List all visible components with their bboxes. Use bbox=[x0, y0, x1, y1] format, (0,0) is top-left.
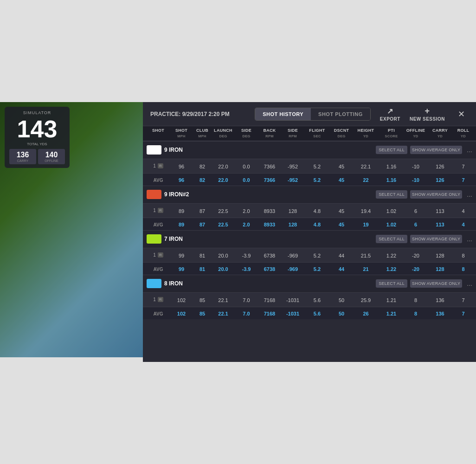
col-header-shot: SHOTMPH bbox=[170, 128, 193, 139]
club-color-box-3 bbox=[147, 279, 161, 288]
scorecard-title: SIMULATOR bbox=[8, 110, 66, 115]
select-all-button-2[interactable]: SELECT ALL bbox=[376, 235, 407, 243]
club-name-2: 7 IRON bbox=[161, 236, 376, 242]
shot-row-2-0: 1R998120.0-3.96738-9695.24421.51.22-2012… bbox=[143, 248, 476, 262]
shot-row-3-0: 1R1028522.17.07168-10315.65025.91.218136… bbox=[143, 292, 476, 307]
club-name-0: 9 IRON bbox=[161, 147, 376, 153]
scorecard-carry-box: 136 CARRY bbox=[9, 149, 36, 164]
club-color-box-0 bbox=[147, 145, 161, 155]
new-session-icon: + bbox=[425, 106, 430, 116]
club-header-2: 7 IRONSELECT ALLSHOW AVERAGE ONLY... bbox=[143, 230, 476, 248]
tab-group: SHOT HISTORY SHOT PLOTTING bbox=[255, 108, 371, 121]
show-avg-button-1[interactable]: SHOW AVERAGE ONLY bbox=[410, 190, 462, 199]
col-header-offline: OFFLINEYD bbox=[404, 128, 427, 139]
close-button[interactable]: ✕ bbox=[454, 107, 469, 121]
club-name-3: 8 IRON bbox=[161, 280, 376, 287]
col-header-side: SIDEDEG bbox=[235, 128, 258, 139]
scorecard-offline-lbl: OFFLINE bbox=[40, 159, 63, 162]
avg-row-2: AVG998120.0-3.96738-9695.244211.22-20128… bbox=[143, 262, 476, 275]
dots-menu-0[interactable]: ... bbox=[467, 146, 472, 154]
avg-row-0: AVG968222.00.07366-9525.245221.16-101267… bbox=[143, 173, 476, 186]
show-avg-button-2[interactable]: SHOW AVERAGE ONLY bbox=[410, 235, 462, 243]
show-avg-button-0[interactable]: SHOW AVERAGE ONLY bbox=[410, 146, 462, 154]
column-headers: SHOTSHOTMPHCLUBMPHLAUNCHDEGSIDEDEGBACKRP… bbox=[143, 126, 476, 141]
club-section-2: 7 IRONSELECT ALLSHOW AVERAGE ONLY...1R99… bbox=[143, 230, 476, 275]
club-header-3: 8 IRONSELECT ALLSHOW AVERAGE ONLY... bbox=[143, 275, 476, 292]
scorecard-carry-lbl: CARRY bbox=[11, 159, 34, 162]
col-header-height: HEIGHTYD bbox=[353, 128, 379, 139]
shot-row-0-0: 1R968222.00.07366-9525.24522.11.16-10126… bbox=[143, 159, 476, 173]
col-header-club: CLUBMPH bbox=[193, 128, 212, 139]
new-session-button[interactable]: + NEW SESSION bbox=[410, 106, 445, 122]
club-header-0: 9 IRONSELECT ALLSHOW AVERAGE ONLY... bbox=[143, 141, 476, 159]
avg-row-1: AVG898722.52.089331284.845191.0261134117 bbox=[143, 218, 476, 230]
select-all-button-0[interactable]: SELECT ALL bbox=[376, 146, 407, 154]
club-color-box-2 bbox=[147, 234, 161, 244]
select-all-button-1[interactable]: SELECT ALL bbox=[376, 190, 407, 199]
dots-menu-2[interactable]: ... bbox=[467, 235, 472, 243]
export-button[interactable]: ↗ EXPORT bbox=[380, 107, 400, 122]
col-header-shot: SHOT bbox=[147, 128, 170, 139]
avg-row-3: AVG1028522.17.07168-10315.650261.2181367… bbox=[143, 307, 476, 319]
select-all-button-3[interactable]: SELECT ALL bbox=[376, 279, 407, 288]
scorecard-big-number: 143 bbox=[8, 117, 66, 141]
header-bar: PRACTICE: 9/29/2017 2:20 PM SHOT HISTORY… bbox=[143, 102, 476, 126]
tab-shot-history[interactable]: SHOT HISTORY bbox=[255, 108, 311, 120]
scorecard-carry-val: 136 bbox=[11, 151, 34, 159]
main-panel: PRACTICE: 9/29/2017 2:20 PM SHOT HISTORY… bbox=[143, 102, 476, 362]
export-label: EXPORT bbox=[380, 116, 400, 122]
col-header-roll: ROLLYD bbox=[453, 128, 474, 139]
col-header-back: BACKRPM bbox=[258, 128, 281, 139]
scorecard-offline-box: 140 OFFLINE bbox=[38, 149, 65, 164]
golf-background: SIMULATOR 143 TOTAL YDS 136 CARRY 140 OF… bbox=[0, 102, 144, 357]
col-header-pti: PTISCORE bbox=[379, 128, 404, 139]
col-header-total: TOTALYD bbox=[474, 128, 476, 139]
practice-title: PRACTICE: 9/29/2017 2:20 PM bbox=[150, 111, 255, 117]
col-header-flight: FLIGHTSEC bbox=[304, 128, 330, 139]
tab-shot-plotting[interactable]: SHOT PLOTTING bbox=[311, 108, 370, 120]
data-content[interactable]: 9 IRONSELECT ALLSHOW AVERAGE ONLY...1R96… bbox=[143, 141, 476, 362]
col-header-side: SIDERPM bbox=[281, 128, 304, 139]
club-color-box-1 bbox=[147, 190, 161, 199]
dots-menu-1[interactable]: ... bbox=[467, 191, 472, 198]
club-name-1: 9 IRON#2 bbox=[161, 191, 376, 198]
col-header-launch: LAUNCHDEG bbox=[212, 128, 235, 139]
new-session-label: NEW SESSION bbox=[410, 116, 445, 122]
shot-row-1-0: 1R898722.52.089331284.84519.41.026113411… bbox=[143, 203, 476, 218]
club-section-0: 9 IRONSELECT ALLSHOW AVERAGE ONLY...1R96… bbox=[143, 141, 476, 186]
scorecard-offline-val: 140 bbox=[40, 151, 63, 159]
col-header-dscnt: DSCNTDEG bbox=[330, 128, 353, 139]
club-header-1: 9 IRON#2SELECT ALLSHOW AVERAGE ONLY... bbox=[143, 186, 476, 203]
col-header-carry: CARRYYD bbox=[427, 128, 453, 139]
show-avg-button-3[interactable]: SHOW AVERAGE ONLY bbox=[410, 279, 462, 288]
scorecard-widget: SIMULATOR 143 TOTAL YDS 136 CARRY 140 OF… bbox=[5, 107, 70, 168]
scorecard-sub: TOTAL YDS bbox=[8, 142, 66, 146]
club-section-3: 8 IRONSELECT ALLSHOW AVERAGE ONLY...1R10… bbox=[143, 275, 476, 319]
dots-menu-3[interactable]: ... bbox=[467, 280, 472, 287]
export-icon: ↗ bbox=[387, 107, 393, 116]
club-section-1: 9 IRON#2SELECT ALLSHOW AVERAGE ONLY...1R… bbox=[143, 186, 476, 230]
